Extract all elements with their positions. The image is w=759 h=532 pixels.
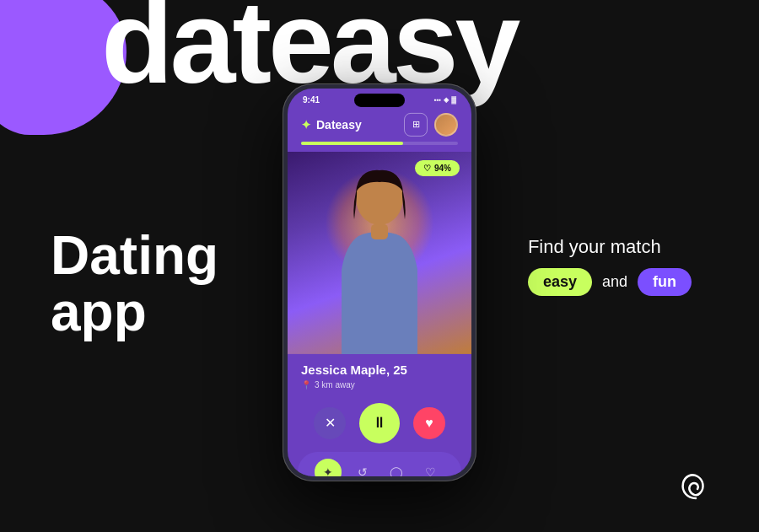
app-title-row: ✦ Dateasy [301,117,362,131]
progress-bar-container [288,141,471,151]
nav-swirl[interactable]: ↺ [349,458,376,476]
svg-rect-1 [371,223,388,239]
bottom-navigation: ✦ ↺ ◯ ♡ [298,451,461,476]
hero-tagline: Datingapp [51,228,218,341]
hero-main-text: Datingapp [51,228,218,341]
app-name-label: Dateasy [316,117,362,131]
progress-bar-background [301,141,458,144]
status-icons: ▪▪▪ ◈ ▓ [434,95,456,103]
sparkle-icon: ✦ [301,117,311,131]
nav-home[interactable]: ✦ [315,458,342,476]
battery-icon: ▓ [451,95,456,103]
distance-text: 3 km away [315,379,355,389]
tag-and-text: and [602,273,627,291]
find-match-text: Find your match [528,236,692,258]
profile-location: 📍 3 km away [301,379,458,389]
app-header: ✦ Dateasy ⊞ [288,104,471,141]
person-silhouette [316,159,443,353]
header-icons: ⊞ [404,112,458,136]
action-buttons: ✕ ⏸ ♥ [288,395,471,451]
progress-bar-fill [301,141,403,144]
match-badge: ♡ 94% [415,159,460,175]
grid-icon[interactable]: ⊞ [404,112,428,136]
dislike-button[interactable]: ✕ [314,406,346,438]
tags-row: easy and fun [528,268,692,296]
dynamic-island [354,93,405,106]
nav-chat[interactable]: ◯ [383,458,410,476]
svg-point-2 [356,170,403,224]
heart-icon-small: ♡ [423,163,431,172]
profile-info: Jessica Maple, 25 📍 3 km away [288,353,471,395]
pause-button[interactable]: ⏸ [359,402,400,443]
wifi-icon: ◈ [444,95,449,103]
profile-image-area: ♡ 94% [288,151,471,353]
like-button[interactable]: ♥ [413,406,445,438]
location-pin-icon: 📍 [301,379,311,389]
nav-favorites[interactable]: ♡ [417,458,444,476]
phone-screen: 9:41 ▪▪▪ ◈ ▓ ✦ Dateasy ⊞ [288,88,471,476]
tag-easy: easy [528,268,592,296]
phone-mockup: 9:41 ▪▪▪ ◈ ▓ ✦ Dateasy ⊞ [283,83,476,481]
user-avatar[interactable] [434,112,458,136]
signal-icon: ▪▪▪ [434,95,442,103]
profile-name: Jessica Maple, 25 [301,362,458,376]
status-time: 9:41 [303,94,320,104]
phone-frame: 9:41 ▪▪▪ ◈ ▓ ✦ Dateasy ⊞ [283,83,476,481]
find-match-section: Find your match easy and fun [528,236,692,296]
match-percentage: 94% [434,163,451,172]
tag-fun: fun [638,268,692,296]
brand-logo [675,465,717,507]
